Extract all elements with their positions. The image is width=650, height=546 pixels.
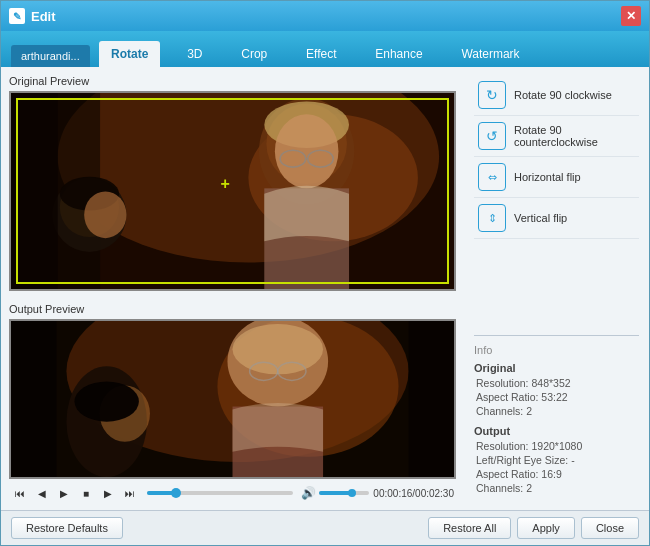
rotate-cw-label: Rotate 90 clockwise — [514, 89, 612, 101]
svg-rect-17 — [11, 93, 58, 289]
original-channels: Channels: 2 — [474, 405, 639, 417]
original-info-group: Original Resolution: 848*352 Aspect Rati… — [474, 362, 639, 417]
svg-point-29 — [74, 381, 138, 421]
restore-all-button[interactable]: Restore All — [428, 517, 511, 539]
title-bar: ✎ Edit ✕ — [1, 1, 649, 31]
scene-svg — [11, 93, 454, 289]
tab-3d[interactable]: 3D — [175, 41, 214, 67]
window-icon: ✎ — [9, 8, 25, 24]
output-preview-video — [9, 319, 456, 479]
h-flip-label: Horizontal flip — [514, 171, 581, 183]
output-info-group: Output Resolution: 1920*1080 Left/Right … — [474, 425, 639, 494]
original-preview-section: Original Preview — [9, 75, 456, 297]
output-preview-label: Output Preview — [9, 303, 456, 315]
nav-tabs: Rotate 3D Crop Effect Enhance Watermark — [92, 41, 539, 67]
svg-point-7 — [275, 114, 339, 188]
play-button[interactable]: ▶ — [55, 484, 73, 502]
original-resolution: Resolution: 848*352 — [474, 377, 639, 389]
output-lr-size: Left/Right Eye Size: - — [474, 454, 639, 466]
playback-bar: ⏮ ◀ ▶ ■ ▶ ⏭ 🔊 — [9, 484, 456, 502]
original-video-scene — [11, 93, 454, 289]
volume-icon: 🔊 — [301, 486, 316, 500]
tab-enhance[interactable]: Enhance — [363, 41, 434, 67]
output-aspect: Aspect Ratio: 16:9 — [474, 468, 639, 480]
rotate-cw-icon: ↻ — [478, 81, 506, 109]
skip-fwd-button[interactable]: ⏭ — [121, 484, 139, 502]
svg-rect-30 — [11, 321, 56, 477]
output-channels: Channels: 2 — [474, 482, 639, 494]
tab-crop[interactable]: Crop — [229, 41, 279, 67]
original-aspect: Aspect Ratio: 53:22 — [474, 391, 639, 403]
time-display: 00:00:16/00:02:30 — [373, 488, 454, 499]
tab-bar: arthurandi... Rotate 3D Crop Effect Enha… — [1, 31, 649, 67]
close-window-button[interactable]: ✕ — [621, 6, 641, 26]
content-area: Original Preview — [1, 67, 649, 510]
skip-back-button[interactable]: ⏮ — [11, 484, 29, 502]
close-button[interactable]: Close — [581, 517, 639, 539]
tab-rotate[interactable]: Rotate — [99, 41, 160, 67]
output-scene-svg — [11, 321, 454, 477]
output-resolution: Resolution: 1920*1080 — [474, 440, 639, 452]
prev-frame-button[interactable]: ◀ — [33, 484, 51, 502]
rotate-ccw-icon: ↺ — [478, 122, 506, 150]
rotate-ccw-label: Rotate 90 counterclockwise — [514, 124, 635, 148]
window-title: Edit — [31, 9, 621, 24]
h-flip-icon: ⇔ — [478, 163, 506, 191]
output-info-label: Output — [474, 425, 639, 437]
svg-rect-31 — [409, 321, 454, 477]
svg-point-22 — [233, 324, 324, 374]
seek-thumb[interactable] — [171, 488, 181, 498]
volume-area: 🔊 — [301, 486, 369, 500]
v-flip-button[interactable]: ⇕ Vertical flip — [474, 198, 639, 239]
file-tab[interactable]: arthurandi... — [11, 45, 90, 67]
tab-effect[interactable]: Effect — [294, 41, 348, 67]
v-flip-label: Vertical flip — [514, 212, 567, 224]
rotate-cw-button[interactable]: ↻ Rotate 90 clockwise — [474, 75, 639, 116]
main-window: ✎ Edit ✕ arthurandi... Rotate 3D Crop Ef… — [0, 0, 650, 546]
v-flip-icon: ⇕ — [478, 204, 506, 232]
original-preview-label: Original Preview — [9, 75, 456, 87]
restore-defaults-button[interactable]: Restore Defaults — [11, 517, 123, 539]
info-panel: Info Original Resolution: 848*352 Aspect… — [474, 335, 639, 502]
h-flip-button[interactable]: ⇔ Horizontal flip — [474, 157, 639, 198]
apply-button[interactable]: Apply — [517, 517, 575, 539]
right-panel: ↻ Rotate 90 clockwise ↺ Rotate 90 counte… — [464, 67, 649, 510]
output-preview-section: Output Preview — [9, 303, 456, 502]
seek-bar[interactable] — [147, 491, 293, 495]
volume-thumb[interactable] — [348, 489, 356, 497]
info-title: Info — [474, 344, 639, 356]
svg-point-16 — [84, 192, 126, 239]
main-area: Original Preview — [1, 67, 464, 510]
next-frame-button[interactable]: ▶ — [99, 484, 117, 502]
rotate-ccw-button[interactable]: ↺ Rotate 90 counterclockwise — [474, 116, 639, 157]
original-preview-video — [9, 91, 456, 291]
stop-button[interactable]: ■ — [77, 484, 95, 502]
volume-bar[interactable] — [319, 491, 369, 495]
original-info-label: Original — [474, 362, 639, 374]
tab-watermark[interactable]: Watermark — [449, 41, 531, 67]
bottom-bar: Restore Defaults Restore All Apply Close — [1, 510, 649, 545]
